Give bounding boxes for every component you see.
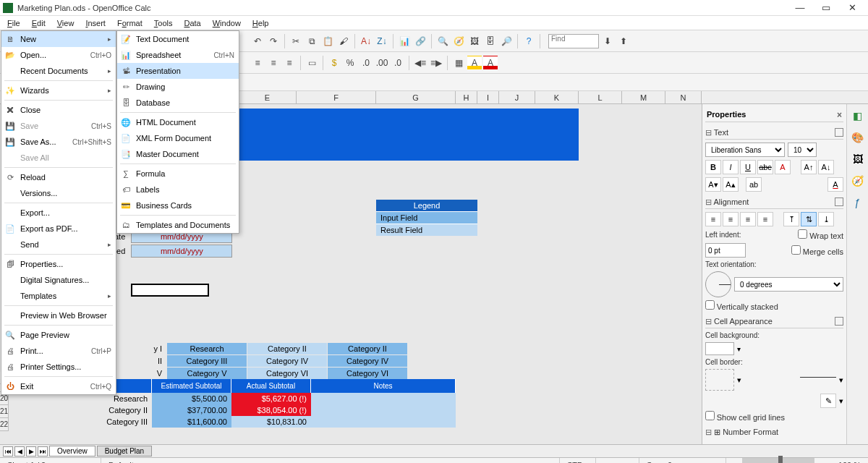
- styles-rail-icon[interactable]: 🎨: [851, 130, 865, 145]
- menu-close[interactable]: 🗙 Close: [1, 102, 116, 118]
- menu-tools[interactable]: Tools: [148, 17, 179, 29]
- menu-print[interactable]: 🖨 Print...Ctrl+P: [1, 343, 116, 359]
- new-spreadsheet[interactable]: 📊 SpreadsheetCtrl+N: [117, 47, 239, 63]
- status-zoom[interactable]: 100 %: [831, 458, 868, 463]
- grow-font-button[interactable]: A▴: [723, 177, 739, 192]
- find-icon[interactable]: 🔍: [435, 34, 450, 48]
- new-xml-form[interactable]: 📄 XML Form Document: [117, 130, 239, 146]
- col-E[interactable]: E: [239, 91, 297, 103]
- col-L[interactable]: L: [579, 91, 622, 103]
- menu-window[interactable]: Window: [207, 17, 247, 29]
- col-I[interactable]: I: [477, 91, 499, 103]
- paste-icon[interactable]: 📋: [320, 34, 335, 48]
- find-next-icon[interactable]: ⬇: [600, 34, 615, 48]
- halign-left-button[interactable]: ≡: [705, 212, 721, 226]
- sort-asc-icon[interactable]: A↓: [359, 34, 373, 48]
- menu-preview-browser[interactable]: Preview in Web Browser: [1, 307, 116, 323]
- valign-top-button[interactable]: ⤒: [783, 212, 799, 226]
- new-formula[interactable]: ∑ Formula: [117, 166, 239, 182]
- merge-cells-icon[interactable]: ▭: [305, 56, 319, 70]
- shrink-font-button[interactable]: A▾: [705, 177, 721, 192]
- find-combo[interactable]: [548, 34, 599, 48]
- menu-reload[interactable]: ⟳ Reload: [1, 169, 116, 185]
- menu-insert[interactable]: Insert: [80, 17, 111, 29]
- menu-data[interactable]: Data: [178, 17, 206, 29]
- increase-indent-icon[interactable]: ≡▶: [429, 56, 443, 70]
- zoom-out-button[interactable]: −: [733, 461, 738, 464]
- sheet-tab-budget[interactable]: Budget Plan: [97, 446, 153, 456]
- menu-versions[interactable]: Versions...: [1, 185, 116, 201]
- cell-bg-swatch[interactable]: [705, 342, 734, 355]
- menu-properties[interactable]: 🗐 Properties...: [1, 256, 116, 272]
- halign-justify-button[interactable]: ≡: [757, 212, 773, 226]
- menu-exit[interactable]: ⏻ ExitCtrl+Q: [1, 378, 116, 394]
- row-header[interactable]: 22: [0, 418, 9, 431]
- strike-button[interactable]: abc: [757, 160, 773, 174]
- fontcolor-icon[interactable]: A: [483, 56, 498, 70]
- tab-first-button[interactable]: ⏮: [3, 446, 13, 456]
- percent-icon[interactable]: %: [343, 56, 357, 70]
- menu-saveall[interactable]: Save All: [1, 150, 116, 166]
- menu-file[interactable]: File: [1, 17, 26, 29]
- decrease-indent-icon[interactable]: ◀≡: [413, 56, 427, 70]
- properties-rail-icon[interactable]: ◧: [851, 109, 865, 123]
- italic-button[interactable]: I: [723, 160, 739, 174]
- section-cell-appearance[interactable]: Cell Appearance: [714, 317, 773, 326]
- col-G[interactable]: G: [376, 91, 456, 103]
- sheet-tab-overview[interactable]: Overview: [49, 446, 95, 456]
- menu-open[interactable]: 📂 Open...Ctrl+O: [1, 47, 116, 63]
- bgcolor-icon[interactable]: A: [467, 56, 482, 70]
- tab-last-button[interactable]: ⏭: [38, 446, 48, 456]
- col-J[interactable]: J: [499, 91, 535, 103]
- font-size-select[interactable]: 10: [788, 143, 817, 157]
- help-icon[interactable]: ?: [522, 34, 536, 48]
- chart-icon[interactable]: 📊: [397, 34, 412, 48]
- orientation-select[interactable]: 0 degrees: [734, 277, 843, 292]
- subscript-button[interactable]: A↓: [818, 160, 834, 174]
- font-name-select[interactable]: Liberation Sans: [705, 143, 785, 157]
- fontcolor2-button[interactable]: A: [827, 177, 843, 192]
- menu-printer-settings[interactable]: 🖨 Printer Settings...: [1, 359, 116, 375]
- table-row[interactable]: Category II $37,700.00 $38,054.00 (!): [65, 404, 456, 416]
- borders-icon[interactable]: ▦: [451, 56, 466, 70]
- menu-export[interactable]: Export...: [1, 205, 116, 221]
- menu-recent[interactable]: Recent Documents▸: [1, 63, 116, 79]
- format-paintbrush-icon[interactable]: 🖌: [336, 34, 351, 48]
- new-html-doc[interactable]: 🌐 HTML Document: [117, 114, 239, 130]
- new-labels[interactable]: 🏷 Labels: [117, 182, 239, 197]
- superscript-button[interactable]: A↑: [801, 160, 817, 174]
- zoom-icon[interactable]: 🔎: [499, 34, 514, 48]
- tab-prev-button[interactable]: ◀: [14, 446, 25, 456]
- menu-templates[interactable]: Templates▸: [1, 288, 116, 304]
- cat-cell[interactable]: Category II: [247, 343, 327, 354]
- fontcolor-button[interactable]: A: [775, 160, 791, 174]
- detach-icon[interactable]: [835, 128, 843, 137]
- navigator-rail-icon[interactable]: 🧭: [851, 174, 865, 188]
- section-number-format[interactable]: Number Format: [723, 428, 778, 436]
- vertically-stacked-checkbox[interactable]: [705, 300, 715, 310]
- menu-view[interactable]: View: [51, 17, 80, 29]
- col-H[interactable]: H: [456, 91, 477, 103]
- valign-middle-button[interactable]: ⇅: [801, 212, 817, 226]
- section-alignment[interactable]: Alignment: [713, 197, 749, 206]
- find-input[interactable]: [551, 35, 593, 43]
- wrap-text-checkbox[interactable]: [798, 229, 807, 239]
- highlight-button[interactable]: ab: [746, 177, 762, 192]
- halign-center-button[interactable]: ≡: [723, 212, 739, 226]
- new-text-document[interactable]: 📝 Text Document: [117, 31, 239, 47]
- menu-digsig[interactable]: Digital Signatures...: [1, 272, 116, 288]
- table-row[interactable]: Research $5,500.00 $5,627.00 (!): [65, 393, 456, 404]
- menu-wizards[interactable]: ✨ Wizards▸: [1, 82, 116, 98]
- add-decimal-icon[interactable]: .00: [375, 56, 389, 70]
- align-left-icon[interactable]: ≡: [250, 56, 265, 70]
- merge-cells-checkbox[interactable]: [791, 245, 801, 255]
- col-K[interactable]: K: [535, 91, 579, 103]
- gallery-rail-icon[interactable]: 🖼: [851, 152, 865, 166]
- cat-cell[interactable]: Category II: [328, 343, 407, 354]
- functions-rail-icon[interactable]: ƒ: [851, 195, 865, 210]
- sort-desc-icon[interactable]: Z↓: [375, 34, 389, 48]
- menu-page-preview[interactable]: 🔍 Page Preview: [1, 327, 116, 343]
- new-templates[interactable]: 🗂 Templates and Documents: [117, 217, 239, 233]
- show-gridlines-checkbox[interactable]: [705, 411, 715, 420]
- col-F[interactable]: F: [297, 91, 376, 103]
